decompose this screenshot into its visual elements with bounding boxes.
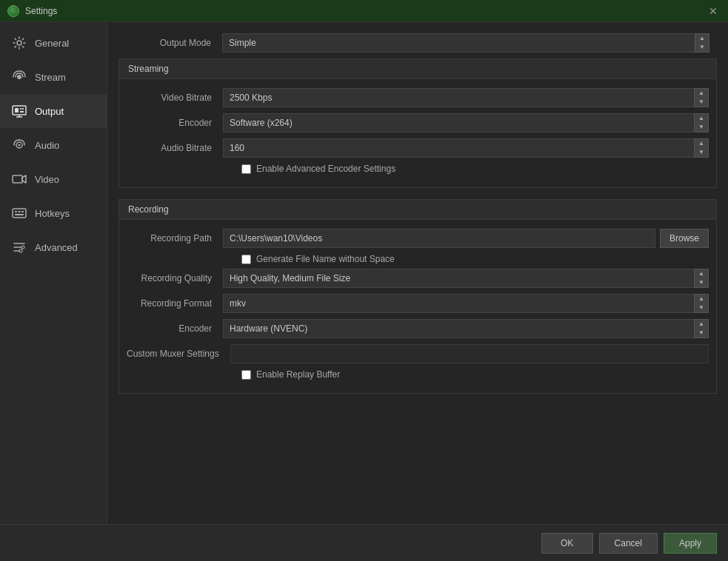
sidebar-label-video: Video [35,174,59,185]
svg-point-0 [17,41,21,45]
output-mode-up[interactable]: ▲ [695,34,709,43]
sidebar-label-general: General [35,38,69,49]
custom-muxer-input[interactable] [230,344,709,363]
advanced-encoder-checkbox-label[interactable]: Enable Advanced Encoder Settings [256,164,395,174]
custom-muxer-label: Custom Muxer Settings [127,349,230,359]
replay-buffer-checkbox[interactable] [241,370,251,380]
output-icon [11,103,27,119]
svg-rect-3 [15,108,19,112]
video-bitrate-up[interactable]: ▲ [695,89,708,98]
svg-rect-11 [13,175,22,183]
sidebar: General Stream [0,22,107,561]
hotkeys-icon [11,205,27,221]
recording-path-label: Recording Path [127,233,223,243]
custom-muxer-row: Custom Muxer Settings [127,344,709,363]
recording-encoder-wrapper: Hardware (NVENC) Software (x264) ▲ ▼ [223,319,709,338]
video-bitrate-input[interactable] [223,88,709,107]
audio-bitrate-wrapper: 160 128 192 320 ▲ ▼ [223,138,709,158]
audio-bitrate-up[interactable]: ▲ [695,139,708,148]
recording-format-up[interactable]: ▲ [695,295,708,303]
audio-bitrate-label: Audio Bitrate [127,143,223,153]
advanced-encoder-checkbox[interactable] [241,164,251,174]
recording-format-label: Recording Format [127,298,223,309]
sidebar-item-stream[interactable]: Stream [0,60,107,94]
audio-bitrate-select[interactable]: 160 128 192 320 [223,138,709,158]
sidebar-item-advanced[interactable]: Advanced [0,230,107,264]
app-icon [7,5,19,17]
advanced-icon [11,239,27,255]
svg-rect-16 [15,214,24,215]
recording-header: Recording [119,200,716,220]
sidebar-item-output[interactable]: Output [0,94,107,128]
recording-path-input[interactable] [223,229,655,248]
recording-section: Recording Recording Path Browse Generate… [118,199,717,394]
output-mode-select[interactable]: Simple Advanced [222,33,709,53]
svg-rect-14 [19,211,21,212]
svg-rect-13 [15,211,17,212]
generate-filename-checkbox[interactable] [241,255,251,264]
sidebar-label-stream: Stream [35,72,66,83]
bottom-bar: OK Cancel Apply [0,524,728,561]
streaming-encoder-wrapper: Software (x264) Hardware (NVENC) ▲ ▼ [223,113,709,132]
sidebar-item-audio[interactable]: Audio [0,128,107,162]
svg-rect-5 [22,108,24,110]
replay-buffer-label[interactable]: Enable Replay Buffer [256,369,340,380]
streaming-header: Streaming [119,59,716,79]
audio-bitrate-spin: ▲ ▼ [694,138,709,158]
recording-encoder-down[interactable]: ▼ [695,329,708,337]
recording-quality-down[interactable]: ▼ [695,278,708,287]
streaming-content: Video Bitrate ▲ ▼ Encoder Software [119,79,716,187]
sidebar-item-video[interactable]: Video [0,162,107,196]
recording-content: Recording Path Browse Generate File Name… [119,220,716,393]
recording-format-down[interactable]: ▼ [695,303,708,312]
svg-rect-15 [21,211,24,212]
video-bitrate-label: Video Bitrate [127,93,223,103]
recording-encoder-spin: ▲ ▼ [694,319,709,338]
output-mode-label: Output Mode [126,38,222,48]
recording-encoder-up[interactable]: ▲ [695,320,708,329]
main-container: General Stream [0,22,728,561]
streaming-encoder-up[interactable]: ▲ [695,114,708,123]
sidebar-item-hotkeys[interactable]: Hotkeys [0,196,107,230]
stream-icon [11,69,27,85]
svg-rect-12 [13,209,26,218]
titlebar-title: Settings [25,6,57,16]
generate-filename-label[interactable]: Generate File Name without Space [256,254,395,264]
sidebar-label-audio: Audio [35,140,59,151]
content-area: Output Mode Simple Advanced ▲ ▼ Streamin… [107,22,728,561]
video-bitrate-down[interactable]: ▼ [695,98,708,107]
recording-encoder-select[interactable]: Hardware (NVENC) Software (x264) [223,319,709,338]
recording-format-row: Recording Format mkv mp4 mov flv ts ▲ ▼ [127,294,709,313]
replay-buffer-row: Enable Replay Buffer [127,369,709,380]
recording-format-select[interactable]: mkv mp4 mov flv ts [223,294,709,313]
ok-button[interactable]: OK [541,533,593,554]
recording-quality-label: Recording Quality [127,273,223,283]
streaming-section: Streaming Video Bitrate ▲ ▼ Encoder [118,58,717,188]
video-bitrate-spin: ▲ ▼ [694,88,709,107]
recording-quality-select[interactable]: High Quality, Medium File Size Indisting… [223,269,709,288]
recording-quality-row: Recording Quality High Quality, Medium F… [127,269,709,288]
video-bitrate-wrapper: ▲ ▼ [223,88,709,107]
output-mode-row: Output Mode Simple Advanced ▲ ▼ [118,33,717,53]
recording-encoder-label: Encoder [127,323,223,334]
output-mode-spin: ▲ ▼ [695,33,709,53]
browse-button[interactable]: Browse [660,229,709,248]
streaming-encoder-down[interactable]: ▼ [695,123,708,132]
audio-icon [11,137,27,153]
audio-bitrate-down[interactable]: ▼ [695,148,708,157]
output-mode-down[interactable]: ▼ [695,43,709,52]
recording-quality-up[interactable]: ▲ [695,269,708,278]
gear-icon [11,35,27,51]
titlebar: Settings ✕ [0,0,728,22]
recording-quality-spin: ▲ ▼ [694,269,709,288]
svg-point-1 [17,75,21,79]
streaming-encoder-select[interactable]: Software (x264) Hardware (NVENC) [223,113,709,132]
video-bitrate-row: Video Bitrate ▲ ▼ [127,88,709,107]
sidebar-label-output: Output [35,106,64,117]
sidebar-item-general[interactable]: General [0,26,107,60]
recording-encoder-row: Encoder Hardware (NVENC) Software (x264)… [127,319,709,338]
streaming-encoder-label: Encoder [127,118,223,128]
cancel-button[interactable]: Cancel [599,533,658,554]
apply-button[interactable]: Apply [664,533,717,554]
close-button[interactable]: ✕ [706,4,721,19]
